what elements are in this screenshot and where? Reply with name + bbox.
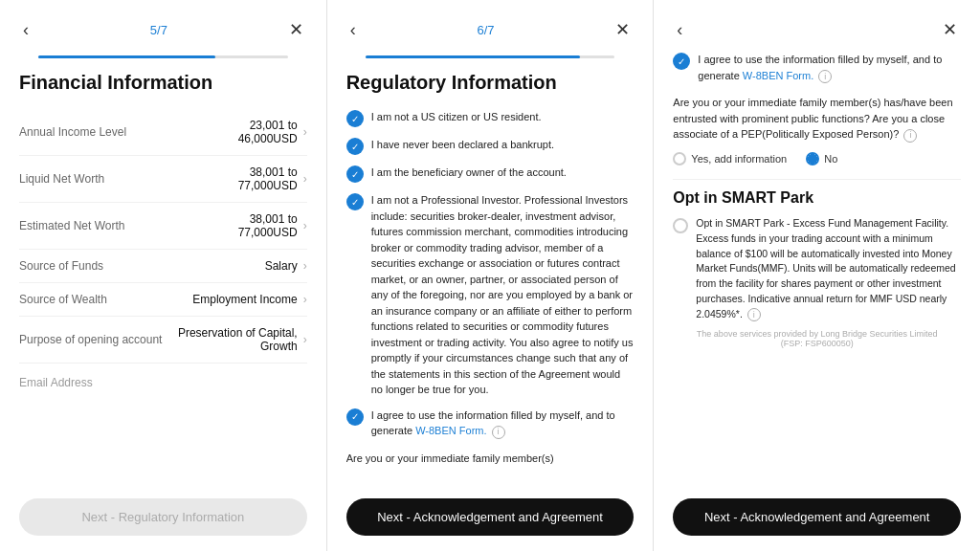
- reg-text-4: I am not a Professional Investor. Profes…: [371, 192, 635, 398]
- check-icon-2: [346, 138, 364, 155]
- step-indicator-p2: 6/7: [360, 21, 612, 38]
- close-button-p2[interactable]: ✕: [612, 15, 634, 44]
- field-value-annual-income: 23,001 to 46,000USD: [238, 119, 298, 145]
- info-icon-p3: i: [818, 70, 832, 83]
- step-text-p2: 6/7: [477, 23, 494, 37]
- panel3-header: ‹ ✕: [673, 15, 961, 44]
- email-label: Email Address: [19, 376, 93, 389]
- check-icon-4: [346, 193, 364, 210]
- reg-item-5: I agree to use the information filled by…: [346, 408, 635, 439]
- opt-radio-circle[interactable]: [673, 218, 688, 233]
- opt-info-icon: i: [747, 308, 761, 321]
- radio-yes[interactable]: Yes, add information: [673, 152, 787, 165]
- panel3-content: I agree to use the information filled by…: [673, 52, 961, 491]
- reg-text-5: I agree to use the information filled by…: [371, 408, 635, 439]
- section-divider-p3: [673, 179, 961, 180]
- next-button-p3[interactable]: Next - Acknowledgement and Agreement: [673, 498, 961, 536]
- back-button-p1[interactable]: ‹: [19, 16, 33, 44]
- step-bar-fill-p1: [38, 55, 215, 58]
- pep-question-p3: Are you or your immediate family member(…: [673, 95, 961, 143]
- step-indicator-p1: 5/7: [33, 21, 285, 38]
- field-purpose[interactable]: Purpose of opening account Preservation …: [19, 317, 307, 364]
- check-icon-1: [346, 110, 364, 127]
- step-bar-p1: [38, 55, 288, 58]
- panel-financial: ‹ 5/7 ✕ Financial Information Annual Inc…: [0, 0, 327, 551]
- radio-no-label: No: [824, 153, 837, 165]
- field-label-estimated-net: Estimated Net Worth: [19, 219, 238, 232]
- radio-yes-label: Yes, add information: [691, 153, 787, 165]
- agree-text-p3: I agree to use the information filled by…: [698, 52, 961, 83]
- w8ben-link-p2[interactable]: W-8BEN Form.: [415, 425, 486, 436]
- radio-circle-no: [806, 152, 819, 165]
- chevron-source-funds: ›: [303, 259, 307, 273]
- radio-group-p3: Yes, add information No: [673, 152, 961, 165]
- panel1-content: Financial Information Annual Income Leve…: [19, 58, 307, 489]
- back-button-p2[interactable]: ‹: [346, 16, 360, 44]
- panel2-header: ‹ 6/7 ✕: [346, 15, 635, 44]
- reg-item-1: I am not a US citizen or US resident.: [346, 109, 635, 127]
- family-question-text-p2: Are you or your immediate family member(…: [346, 452, 554, 464]
- field-value-estimated-net: 38,001 to 77,000USD: [238, 212, 298, 239]
- field-annual-income[interactable]: Annual Income Level 23,001 to 46,000USD …: [19, 109, 307, 156]
- chevron-purpose: ›: [303, 333, 307, 346]
- radio-circle-yes: [673, 152, 686, 165]
- reg-item-2: I have never been declared a bankrupt.: [346, 137, 635, 155]
- pep-info-icon: i: [903, 129, 917, 143]
- panel2-content: Regulatory Information I am not a US cit…: [346, 58, 635, 491]
- field-value-source-wealth: Employment Income: [192, 293, 297, 306]
- opt-text: Opt in SMART Park - Excess Fund Manageme…: [696, 216, 961, 321]
- field-label-liquid-net: Liquid Net Worth: [19, 172, 238, 186]
- field-value-liquid-net: 38,001 to 77,000USD: [238, 165, 298, 192]
- field-label-annual-income: Annual Income Level: [19, 125, 238, 139]
- check-icon-agree-p3: [673, 53, 690, 70]
- field-estimated-net[interactable]: Estimated Net Worth 38,001 to 77,000USD …: [19, 203, 307, 250]
- family-question-p2: Are you or your immediate family member(…: [346, 449, 635, 467]
- panel-regulatory: ‹ 6/7 ✕ Regulatory Information I am not …: [327, 0, 655, 551]
- next-button-p1[interactable]: Next - Regulatory Information: [19, 498, 307, 536]
- step-text-p1: 5/7: [150, 23, 167, 37]
- field-label-purpose: Purpose of opening account: [19, 333, 178, 346]
- field-source-wealth[interactable]: Source of Wealth Employment Income ›: [19, 283, 307, 317]
- close-button-p1[interactable]: ✕: [285, 15, 307, 44]
- reg-item-4: I am not a Professional Investor. Profes…: [346, 192, 635, 398]
- email-section: Email Address: [19, 373, 307, 390]
- close-button-p3[interactable]: ✕: [939, 15, 961, 44]
- panel2-title: Regulatory Information: [346, 72, 635, 94]
- radio-no[interactable]: No: [806, 152, 837, 165]
- w8ben-link-p3[interactable]: W-8BEN Form.: [743, 70, 813, 81]
- field-liquid-net[interactable]: Liquid Net Worth 38,001 to 77,000USD ›: [19, 156, 307, 203]
- chevron-annual-income: ›: [303, 125, 307, 139]
- step-bar-p2: [366, 55, 615, 58]
- reg-text-1: I am not a US citizen or US resident.: [371, 109, 542, 125]
- field-label-source-funds: Source of Funds: [19, 259, 265, 273]
- reg-item-3: I am the beneficiary owner of the accoun…: [346, 165, 635, 183]
- agree-item-p3: I agree to use the information filled by…: [673, 52, 961, 83]
- opt-title: Opt in SMART Park: [673, 189, 961, 207]
- chevron-source-wealth: ›: [303, 293, 307, 306]
- info-icon-p2: i: [492, 426, 505, 439]
- panel-opt: ‹ ✕ I agree to use the information fille…: [654, 0, 980, 551]
- footer-note-p3: The above services provided by Long Brid…: [673, 329, 961, 348]
- check-icon-3: [346, 165, 364, 183]
- field-label-source-wealth: Source of Wealth: [19, 293, 192, 306]
- opt-item: Opt in SMART Park - Excess Fund Manageme…: [673, 216, 961, 321]
- chevron-liquid-net: ›: [303, 172, 307, 186]
- field-value-source-funds: Salary: [265, 259, 298, 273]
- panel1-header: ‹ 5/7 ✕: [19, 15, 307, 44]
- back-button-p3[interactable]: ‹: [673, 16, 686, 44]
- field-value-purpose: Preservation of Capital, Growth: [178, 326, 298, 353]
- reg-text-2: I have never been declared a bankrupt.: [371, 137, 554, 153]
- panel1-title: Financial Information: [19, 72, 307, 94]
- chevron-estimated-net: ›: [303, 219, 307, 232]
- step-bar-fill-p2: [366, 55, 580, 58]
- field-source-funds[interactable]: Source of Funds Salary ›: [19, 250, 307, 283]
- next-button-p2[interactable]: Next - Acknowledgement and Agreement: [346, 498, 635, 536]
- check-icon-5: [346, 408, 364, 426]
- reg-text-3: I am the beneficiary owner of the accoun…: [371, 165, 567, 181]
